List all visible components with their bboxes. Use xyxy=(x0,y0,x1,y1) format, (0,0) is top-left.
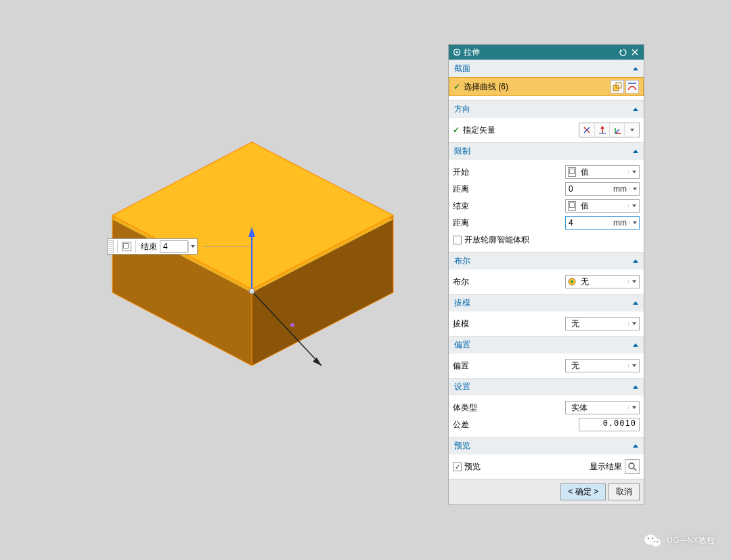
cube-icon xyxy=(568,201,576,211)
svg-marker-15 xyxy=(313,358,322,366)
svg-point-35 xyxy=(571,280,573,283)
viewport[interactable]: 结束 4 xyxy=(0,0,447,560)
chevron-up-icon xyxy=(633,385,638,389)
svg-point-40 xyxy=(648,538,650,540)
tolerance-label: 公差 xyxy=(453,419,527,431)
section-header-draft[interactable]: 拔模 xyxy=(449,294,644,311)
section-header-direction[interactable]: 方向 xyxy=(449,100,644,118)
onscreen-value[interactable]: 4 xyxy=(160,240,188,253)
svg-point-36 xyxy=(629,463,634,469)
end-label: 结束 xyxy=(453,200,527,212)
boolean-dropdown[interactable]: 无 xyxy=(565,275,640,288)
section-header-limits[interactable]: 限制 xyxy=(449,142,644,160)
boolean-label: 布尔 xyxy=(453,276,527,288)
vector-dialog-button[interactable] xyxy=(594,123,609,137)
offset-dropdown[interactable]: 无 xyxy=(565,359,640,372)
preview-checkbox[interactable]: 预览 xyxy=(453,461,481,473)
svg-point-19 xyxy=(456,51,458,53)
svg-point-17 xyxy=(290,323,294,327)
svg-point-43 xyxy=(657,541,659,542)
dialog-footer: < 确定 > 取消 xyxy=(449,479,644,504)
sketch-section-button[interactable] xyxy=(611,80,624,93)
onscreen-end-input[interactable]: 结束 4 xyxy=(107,238,198,255)
check-icon: ✓ xyxy=(453,125,460,135)
section-header-offset[interactable]: 偏置 xyxy=(449,336,644,353)
check-icon: ✓ xyxy=(453,82,460,91)
show-result-button[interactable] xyxy=(625,459,640,474)
start-distance-input[interactable]: 0 mm xyxy=(565,182,640,196)
specify-vector-label: 指定矢量 xyxy=(463,125,537,136)
svg-line-37 xyxy=(634,468,636,471)
svg-point-42 xyxy=(654,541,655,542)
curve-rule-button[interactable] xyxy=(625,80,639,93)
start-label: 开始 xyxy=(453,167,527,178)
chevron-up-icon xyxy=(633,67,638,70)
select-curve-strip[interactable]: ✓ 选择曲线 (6) xyxy=(449,77,644,96)
chevron-up-icon xyxy=(633,108,638,111)
chevron-up-icon xyxy=(633,301,638,305)
watermark: UG—NX教程 xyxy=(644,533,715,548)
draft-dropdown[interactable]: 无 xyxy=(565,317,640,330)
select-curve-label: 选择曲线 (6) xyxy=(464,81,508,93)
svg-point-39 xyxy=(651,538,661,546)
end-type-dropdown[interactable]: 值 xyxy=(565,199,640,213)
body-type-dropdown[interactable]: 实体 xyxy=(565,401,640,414)
chevron-up-icon xyxy=(633,259,638,263)
extrude-dialog: 拉伸 截面 ✓ 选择曲线 (6) 方向 ✓ 指定矢量 xyxy=(448,44,644,505)
cancel-button[interactable]: 取消 xyxy=(608,483,640,500)
chevron-up-icon xyxy=(633,444,638,448)
svg-point-41 xyxy=(652,538,654,540)
cube-icon xyxy=(122,242,131,251)
section-header-settings[interactable]: 设置 xyxy=(449,378,644,395)
section-header-section[interactable]: 截面 xyxy=(449,60,644,77)
wechat-icon xyxy=(644,533,661,548)
offset-label: 偏置 xyxy=(453,360,527,372)
show-result-label: 显示结果 xyxy=(590,461,622,473)
close-button[interactable] xyxy=(630,47,640,57)
open-profile-checkbox[interactable]: 开放轮廓智能体积 xyxy=(453,232,640,247)
leader-line xyxy=(203,246,250,246)
drag-handle-icon[interactable] xyxy=(108,240,114,253)
vector-tool-buttons xyxy=(579,123,640,137)
gear-icon xyxy=(453,48,461,56)
body-type-label: 体类型 xyxy=(453,402,527,414)
end-distance-input[interactable]: 4 mm xyxy=(565,216,640,230)
svg-marker-20 xyxy=(620,49,623,52)
cube-icon xyxy=(568,167,576,177)
section-header-preview[interactable]: 预览 xyxy=(449,437,644,454)
tolerance-input[interactable]: 0.0010 xyxy=(579,418,640,431)
onscreen-label: 结束 xyxy=(138,241,160,253)
reverse-dir-button[interactable] xyxy=(579,123,594,137)
chevron-up-icon xyxy=(633,343,638,347)
ok-button[interactable]: < 确定 > xyxy=(560,483,606,500)
draft-label: 拔模 xyxy=(453,318,527,330)
vector-menu-button[interactable] xyxy=(624,123,639,137)
svg-point-16 xyxy=(249,288,254,294)
start-dist-label: 距离 xyxy=(453,184,527,195)
reset-button[interactable] xyxy=(618,47,627,57)
start-type-dropdown[interactable]: 值 xyxy=(565,165,640,179)
dialog-titlebar[interactable]: 拉伸 xyxy=(449,45,644,60)
dialog-title: 拉伸 xyxy=(464,47,480,58)
chevron-up-icon xyxy=(633,150,638,153)
section-header-boolean[interactable]: 布尔 xyxy=(449,252,644,270)
svg-line-33 xyxy=(615,129,619,133)
auto-vector-button[interactable] xyxy=(609,123,624,137)
onscreen-dropdown[interactable] xyxy=(188,241,196,252)
svg-marker-29 xyxy=(600,126,604,129)
end-dist-label: 距离 xyxy=(453,217,527,229)
